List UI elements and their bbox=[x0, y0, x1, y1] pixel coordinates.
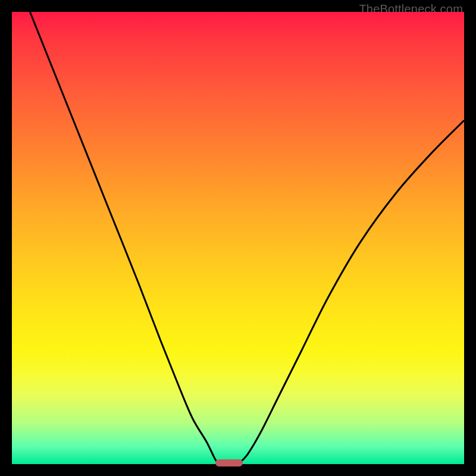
bottleneck-marker bbox=[215, 459, 243, 466]
right-curve bbox=[238, 120, 464, 464]
left-curve bbox=[30, 12, 220, 464]
plot-area bbox=[12, 12, 464, 464]
curve-layer bbox=[12, 12, 464, 464]
bottleneck-chart: TheBottleneck.com bbox=[0, 0, 476, 476]
